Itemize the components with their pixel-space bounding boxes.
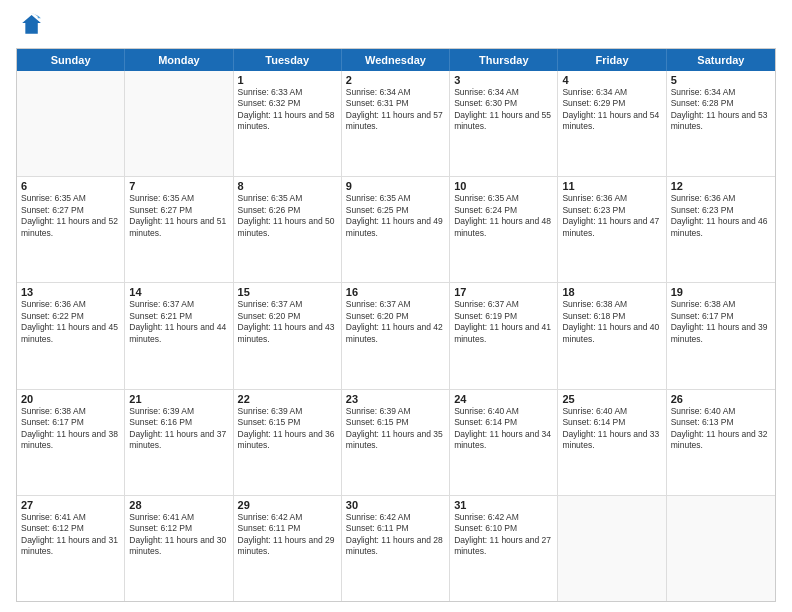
calendar-cell — [17, 71, 125, 176]
cell-info: Sunrise: 6:39 AMSunset: 6:15 PMDaylight:… — [346, 406, 445, 452]
day-number: 1 — [238, 74, 337, 86]
weekday-header: Tuesday — [234, 49, 342, 71]
calendar-cell: 29Sunrise: 6:42 AMSunset: 6:11 PMDayligh… — [234, 496, 342, 601]
calendar-cell: 31Sunrise: 6:42 AMSunset: 6:10 PMDayligh… — [450, 496, 558, 601]
calendar-cell: 24Sunrise: 6:40 AMSunset: 6:14 PMDayligh… — [450, 390, 558, 495]
logo — [16, 12, 48, 40]
day-number: 24 — [454, 393, 553, 405]
day-number: 10 — [454, 180, 553, 192]
calendar-cell: 3Sunrise: 6:34 AMSunset: 6:30 PMDaylight… — [450, 71, 558, 176]
calendar-cell: 8Sunrise: 6:35 AMSunset: 6:26 PMDaylight… — [234, 177, 342, 282]
cell-info: Sunrise: 6:40 AMSunset: 6:14 PMDaylight:… — [454, 406, 553, 452]
day-number: 4 — [562, 74, 661, 86]
calendar-cell: 30Sunrise: 6:42 AMSunset: 6:11 PMDayligh… — [342, 496, 450, 601]
calendar-cell: 14Sunrise: 6:37 AMSunset: 6:21 PMDayligh… — [125, 283, 233, 388]
day-number: 9 — [346, 180, 445, 192]
calendar-cell: 9Sunrise: 6:35 AMSunset: 6:25 PMDaylight… — [342, 177, 450, 282]
day-number: 6 — [21, 180, 120, 192]
calendar-cell — [558, 496, 666, 601]
cell-info: Sunrise: 6:42 AMSunset: 6:10 PMDaylight:… — [454, 512, 553, 558]
cell-info: Sunrise: 6:37 AMSunset: 6:21 PMDaylight:… — [129, 299, 228, 345]
calendar-cell: 18Sunrise: 6:38 AMSunset: 6:18 PMDayligh… — [558, 283, 666, 388]
calendar-cell — [125, 71, 233, 176]
calendar-body: 1Sunrise: 6:33 AMSunset: 6:32 PMDaylight… — [17, 71, 775, 601]
calendar-cell: 2Sunrise: 6:34 AMSunset: 6:31 PMDaylight… — [342, 71, 450, 176]
header — [16, 12, 776, 40]
day-number: 19 — [671, 286, 771, 298]
calendar-cell: 25Sunrise: 6:40 AMSunset: 6:14 PMDayligh… — [558, 390, 666, 495]
cell-info: Sunrise: 6:40 AMSunset: 6:14 PMDaylight:… — [562, 406, 661, 452]
weekday-header: Monday — [125, 49, 233, 71]
calendar-cell: 15Sunrise: 6:37 AMSunset: 6:20 PMDayligh… — [234, 283, 342, 388]
day-number: 8 — [238, 180, 337, 192]
calendar-cell: 5Sunrise: 6:34 AMSunset: 6:28 PMDaylight… — [667, 71, 775, 176]
cell-info: Sunrise: 6:38 AMSunset: 6:18 PMDaylight:… — [562, 299, 661, 345]
calendar-cell: 11Sunrise: 6:36 AMSunset: 6:23 PMDayligh… — [558, 177, 666, 282]
cell-info: Sunrise: 6:35 AMSunset: 6:26 PMDaylight:… — [238, 193, 337, 239]
day-number: 14 — [129, 286, 228, 298]
day-number: 25 — [562, 393, 661, 405]
cell-info: Sunrise: 6:40 AMSunset: 6:13 PMDaylight:… — [671, 406, 771, 452]
day-number: 31 — [454, 499, 553, 511]
cell-info: Sunrise: 6:35 AMSunset: 6:27 PMDaylight:… — [129, 193, 228, 239]
calendar-week-row: 20Sunrise: 6:38 AMSunset: 6:17 PMDayligh… — [17, 390, 775, 496]
logo-icon — [16, 12, 44, 40]
calendar-cell: 16Sunrise: 6:37 AMSunset: 6:20 PMDayligh… — [342, 283, 450, 388]
day-number: 12 — [671, 180, 771, 192]
calendar-cell: 28Sunrise: 6:41 AMSunset: 6:12 PMDayligh… — [125, 496, 233, 601]
day-number: 22 — [238, 393, 337, 405]
day-number: 2 — [346, 74, 445, 86]
calendar-cell: 1Sunrise: 6:33 AMSunset: 6:32 PMDaylight… — [234, 71, 342, 176]
cell-info: Sunrise: 6:34 AMSunset: 6:29 PMDaylight:… — [562, 87, 661, 133]
calendar: SundayMondayTuesdayWednesdayThursdayFrid… — [16, 48, 776, 602]
calendar-week-row: 13Sunrise: 6:36 AMSunset: 6:22 PMDayligh… — [17, 283, 775, 389]
cell-info: Sunrise: 6:37 AMSunset: 6:20 PMDaylight:… — [238, 299, 337, 345]
cell-info: Sunrise: 6:35 AMSunset: 6:25 PMDaylight:… — [346, 193, 445, 239]
cell-info: Sunrise: 6:34 AMSunset: 6:31 PMDaylight:… — [346, 87, 445, 133]
calendar-cell: 22Sunrise: 6:39 AMSunset: 6:15 PMDayligh… — [234, 390, 342, 495]
cell-info: Sunrise: 6:39 AMSunset: 6:16 PMDaylight:… — [129, 406, 228, 452]
calendar-cell: 27Sunrise: 6:41 AMSunset: 6:12 PMDayligh… — [17, 496, 125, 601]
calendar-cell: 23Sunrise: 6:39 AMSunset: 6:15 PMDayligh… — [342, 390, 450, 495]
calendar-cell — [667, 496, 775, 601]
day-number: 11 — [562, 180, 661, 192]
cell-info: Sunrise: 6:41 AMSunset: 6:12 PMDaylight:… — [21, 512, 120, 558]
cell-info: Sunrise: 6:35 AMSunset: 6:27 PMDaylight:… — [21, 193, 120, 239]
cell-info: Sunrise: 6:42 AMSunset: 6:11 PMDaylight:… — [238, 512, 337, 558]
calendar-week-row: 6Sunrise: 6:35 AMSunset: 6:27 PMDaylight… — [17, 177, 775, 283]
day-number: 21 — [129, 393, 228, 405]
cell-info: Sunrise: 6:35 AMSunset: 6:24 PMDaylight:… — [454, 193, 553, 239]
day-number: 26 — [671, 393, 771, 405]
cell-info: Sunrise: 6:37 AMSunset: 6:19 PMDaylight:… — [454, 299, 553, 345]
day-number: 20 — [21, 393, 120, 405]
calendar-cell: 12Sunrise: 6:36 AMSunset: 6:23 PMDayligh… — [667, 177, 775, 282]
cell-info: Sunrise: 6:36 AMSunset: 6:23 PMDaylight:… — [671, 193, 771, 239]
day-number: 29 — [238, 499, 337, 511]
cell-info: Sunrise: 6:34 AMSunset: 6:30 PMDaylight:… — [454, 87, 553, 133]
day-number: 5 — [671, 74, 771, 86]
cell-info: Sunrise: 6:39 AMSunset: 6:15 PMDaylight:… — [238, 406, 337, 452]
cell-info: Sunrise: 6:38 AMSunset: 6:17 PMDaylight:… — [21, 406, 120, 452]
weekday-header: Friday — [558, 49, 666, 71]
day-number: 16 — [346, 286, 445, 298]
day-number: 15 — [238, 286, 337, 298]
day-number: 18 — [562, 286, 661, 298]
cell-info: Sunrise: 6:34 AMSunset: 6:28 PMDaylight:… — [671, 87, 771, 133]
cell-info: Sunrise: 6:36 AMSunset: 6:23 PMDaylight:… — [562, 193, 661, 239]
calendar-header: SundayMondayTuesdayWednesdayThursdayFrid… — [17, 49, 775, 71]
cell-info: Sunrise: 6:42 AMSunset: 6:11 PMDaylight:… — [346, 512, 445, 558]
calendar-cell: 7Sunrise: 6:35 AMSunset: 6:27 PMDaylight… — [125, 177, 233, 282]
calendar-cell: 26Sunrise: 6:40 AMSunset: 6:13 PMDayligh… — [667, 390, 775, 495]
calendar-cell: 17Sunrise: 6:37 AMSunset: 6:19 PMDayligh… — [450, 283, 558, 388]
calendar-week-row: 1Sunrise: 6:33 AMSunset: 6:32 PMDaylight… — [17, 71, 775, 177]
weekday-header: Thursday — [450, 49, 558, 71]
weekday-header: Saturday — [667, 49, 775, 71]
cell-info: Sunrise: 6:36 AMSunset: 6:22 PMDaylight:… — [21, 299, 120, 345]
weekday-header: Sunday — [17, 49, 125, 71]
cell-info: Sunrise: 6:33 AMSunset: 6:32 PMDaylight:… — [238, 87, 337, 133]
day-number: 27 — [21, 499, 120, 511]
day-number: 17 — [454, 286, 553, 298]
calendar-cell: 21Sunrise: 6:39 AMSunset: 6:16 PMDayligh… — [125, 390, 233, 495]
calendar-cell: 13Sunrise: 6:36 AMSunset: 6:22 PMDayligh… — [17, 283, 125, 388]
weekday-header: Wednesday — [342, 49, 450, 71]
